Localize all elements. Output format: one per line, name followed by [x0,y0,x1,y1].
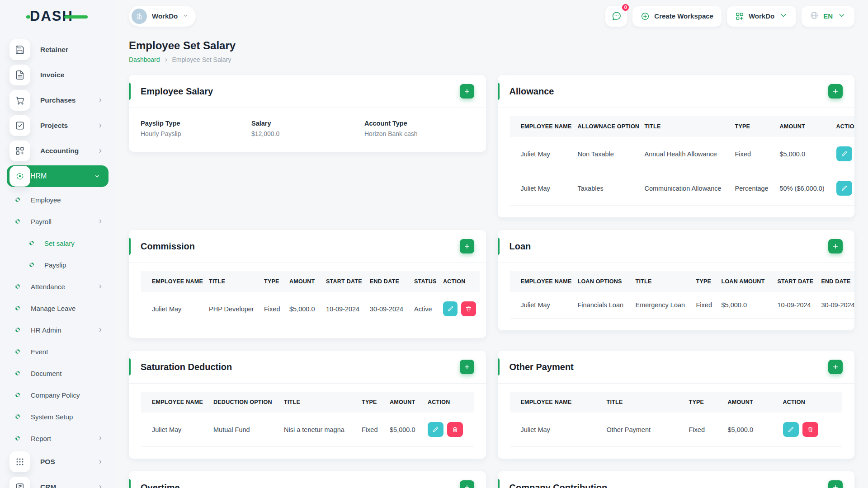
table-cell: Taxables [574,171,641,206]
table-container: EMPLOYEE NAME TITLE TYPE AMOUNT START DA… [141,271,480,326]
table-row: Juliet May Financials Loan Emergency Loa… [510,292,855,319]
main-content: WorkDo 0 Create Workspace WorkDo [115,0,868,488]
overtime-card: Overtime [129,471,486,488]
sidebar-item-label: Event [31,348,48,356]
column-header: AMOUNT [724,392,779,413]
edit-button[interactable] [428,422,443,437]
edit-button[interactable] [783,422,799,437]
card-title: Overtime [141,483,180,488]
card-title: Allowance [509,86,554,97]
table-container: EMPLOYEE NAME ALLOWNACE OPTION TITLE TYP… [510,116,855,206]
workspace-selector[interactable]: WorkDo [129,6,196,27]
sidebar-item-company-policy[interactable]: Company Policy [0,384,115,406]
pencil-icon [841,185,848,192]
employee-salary-card: Employee Salary Payslip Type Hourly Pays… [129,75,486,152]
card-header: Company Contribution [498,471,855,488]
sidebar-item-label: Projects [40,122,68,130]
sidebar-item-payslip[interactable]: Payslip [0,254,115,276]
column-header: TITLE [280,392,358,413]
table-cell: 30-09-2024 [366,292,410,326]
add-saturation-deduction-button[interactable] [460,360,474,374]
add-company-contribution-button[interactable] [828,480,843,488]
sidebar-item-document[interactable]: Document [0,362,115,384]
column-header: LOAN AMOUNT [718,271,774,292]
column-header: ACTION [424,392,474,413]
app-root: DASH Retainer Invoice Purchases Projects [0,0,868,488]
sidebar-item-system-setup[interactable]: System Setup [0,406,115,427]
add-loan-button[interactable] [828,239,843,253]
add-employee-salary-button[interactable] [460,84,474,99]
language-selector[interactable]: EN [802,6,854,27]
saturation-deduction-card: Saturation Deduction EMPLOYEE NAME DEDUC… [129,351,486,459]
messages-button[interactable]: 0 [605,6,627,27]
invoice-icon [9,65,30,85]
bullet-icon [15,393,20,397]
edit-button[interactable] [443,301,458,316]
bullet-icon [15,414,20,419]
sidebar-item-invoice[interactable]: Invoice [0,62,115,88]
delete-button[interactable] [802,422,818,437]
status-text: Active [410,292,439,326]
cards-grid: Employee Salary Payslip Type Hourly Pays… [129,75,854,488]
add-allowance-button[interactable] [828,84,843,99]
table-row: Juliet May Non Taxable Annual Health All… [510,137,855,171]
field-payslip-type: Payslip Type Hourly Payslip [141,120,251,137]
add-overtime-button[interactable] [460,480,474,488]
table-cell: Nisi a tenetur magna [280,413,358,447]
breadcrumb-dashboard-link[interactable]: Dashboard [129,56,160,63]
card-accent-bar [498,358,500,375]
sidebar-item-payroll[interactable]: Payroll [0,211,115,232]
app-switcher-button[interactable]: WorkDo [727,6,796,27]
table-cell: $5,000.0 [386,413,424,447]
column-header: EMPLOYEE NAME [510,116,574,137]
sidebar-item-set-salary[interactable]: Set salary [0,232,115,254]
column-header: TYPE [693,271,718,292]
salary-fields: Payslip Type Hourly Payslip Salary $12,0… [129,108,486,152]
sidebar-item-event[interactable]: Event [0,341,115,362]
table-cell: Financials Loan [574,292,632,319]
table-cell: Non Taxable [574,137,641,171]
table-cell: Emergency Loan [632,292,693,319]
brand-logo[interactable]: DASH [0,0,115,33]
sidebar-item-employee[interactable]: Employee [0,189,115,211]
sidebar-item-label: Set salary [44,239,75,247]
sidebar-item-accounting[interactable]: Accounting [0,138,115,164]
table-header-row: EMPLOYEE NAME LOAN OPTIONS TITLE TYPE LO… [510,271,855,292]
sidebar-item-attendance[interactable]: Attendance [0,276,115,297]
sidebar-item-hr-admin[interactable]: HR Admin [0,319,115,341]
add-other-payment-button[interactable] [828,360,843,374]
column-header: LOAN OPTIONS [574,271,632,292]
table-cell: Mutual Fund [210,413,280,447]
table-container: EMPLOYEE NAME LOAN OPTIONS TITLE TYPE LO… [510,271,855,319]
table-cell: 10-09-2024 [774,292,818,319]
sidebar-item-manage-leave[interactable]: Manage Leave [0,297,115,319]
sidebar-item-label: Payslip [44,261,66,269]
column-header: EMPLOYEE NAME [510,392,603,413]
sidebar-item-hrm[interactable]: HRM [7,165,108,187]
card-title: Commission [141,241,195,252]
delete-button[interactable] [447,422,463,437]
edit-button[interactable] [836,181,852,196]
field-label: Salary [251,120,364,127]
commission-card: Commission EMPLOYEE NAME TITLE TYPE AMOU… [129,230,486,338]
cart-icon [9,90,30,111]
sidebar-item-retainer[interactable]: Retainer [0,37,115,62]
sidebar-item-pos[interactable]: POS [0,449,115,474]
sidebar-item-crm[interactable]: CRM [0,474,115,488]
add-commission-button[interactable] [460,239,474,253]
column-header: ACTION [779,392,843,413]
edit-button[interactable] [836,146,852,161]
sidebar-item-report[interactable]: Report [0,427,115,449]
bullet-icon [15,436,20,441]
card-title: Employee Salary [141,86,213,97]
sidebar-item-purchases[interactable]: Purchases [0,88,115,113]
delete-button[interactable] [461,301,476,316]
column-header: TYPE [731,116,776,137]
create-workspace-button[interactable]: Create Workspace [632,6,722,27]
allowance-card: Allowance EMPLOYEE NAME ALLOWNACE OPTION… [498,75,855,217]
field-label: Account Type [364,120,474,127]
company-contribution-card: Company Contribution [498,471,855,488]
pencil-icon [788,426,794,433]
sidebar-item-projects[interactable]: Projects [0,113,115,138]
workspace-avatar [132,9,147,24]
